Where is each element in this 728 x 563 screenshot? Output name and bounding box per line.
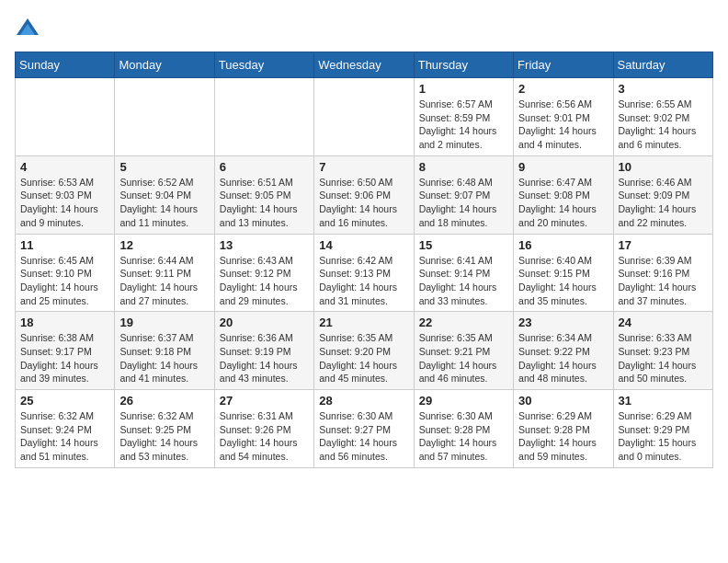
day-number: 30 <box>518 394 608 408</box>
day-cell: 31Sunrise: 6:29 AM Sunset: 9:29 PM Dayli… <box>613 390 712 468</box>
day-cell: 10Sunrise: 6:46 AM Sunset: 9:09 PM Dayli… <box>613 155 712 234</box>
day-number: 1 <box>419 82 508 96</box>
week-row-2: 4Sunrise: 6:53 AM Sunset: 9:03 PM Daylig… <box>16 155 713 234</box>
day-number: 26 <box>119 394 209 408</box>
day-info: Sunrise: 6:43 AM Sunset: 9:12 PM Dayligh… <box>220 254 309 308</box>
day-number: 9 <box>518 160 608 174</box>
day-info: Sunrise: 6:48 AM Sunset: 9:07 PM Dayligh… <box>419 176 508 230</box>
weekday-header-sunday: Sunday <box>16 52 115 78</box>
day-cell: 15Sunrise: 6:41 AM Sunset: 9:14 PM Dayli… <box>414 234 513 312</box>
day-info: Sunrise: 6:32 AM Sunset: 9:25 PM Dayligh… <box>119 409 209 464</box>
day-info: Sunrise: 6:42 AM Sunset: 9:13 PM Dayligh… <box>319 254 408 308</box>
day-cell: 9Sunrise: 6:47 AM Sunset: 9:08 PM Daylig… <box>514 155 613 234</box>
day-cell: 28Sunrise: 6:30 AM Sunset: 9:27 PM Dayli… <box>314 390 414 468</box>
day-cell: 17Sunrise: 6:39 AM Sunset: 9:16 PM Dayli… <box>613 234 712 312</box>
day-info: Sunrise: 6:50 AM Sunset: 9:06 PM Dayligh… <box>319 176 408 230</box>
day-number: 28 <box>319 394 408 408</box>
day-number: 11 <box>20 238 109 252</box>
page-header <box>15 15 713 40</box>
day-cell: 26Sunrise: 6:32 AM Sunset: 9:25 PM Dayli… <box>115 390 214 468</box>
day-cell: 20Sunrise: 6:36 AM Sunset: 9:19 PM Dayli… <box>214 312 313 390</box>
day-cell: 1Sunrise: 6:57 AM Sunset: 8:59 PM Daylig… <box>414 78 513 156</box>
day-info: Sunrise: 6:40 AM Sunset: 9:15 PM Dayligh… <box>518 254 608 308</box>
day-cell: 29Sunrise: 6:30 AM Sunset: 9:28 PM Dayli… <box>414 390 513 468</box>
day-info: Sunrise: 6:52 AM Sunset: 9:04 PM Dayligh… <box>119 176 209 230</box>
day-info: Sunrise: 6:30 AM Sunset: 9:28 PM Dayligh… <box>419 409 508 464</box>
day-cell: 7Sunrise: 6:50 AM Sunset: 9:06 PM Daylig… <box>314 155 414 234</box>
day-cell: 14Sunrise: 6:42 AM Sunset: 9:13 PM Dayli… <box>314 234 414 312</box>
day-number: 22 <box>419 316 508 329</box>
day-cell: 11Sunrise: 6:45 AM Sunset: 9:10 PM Dayli… <box>16 234 115 312</box>
day-info: Sunrise: 6:35 AM Sunset: 9:20 PM Dayligh… <box>319 331 408 385</box>
day-number: 19 <box>119 316 209 329</box>
day-cell: 22Sunrise: 6:35 AM Sunset: 9:21 PM Dayli… <box>414 312 513 390</box>
day-info: Sunrise: 6:41 AM Sunset: 9:14 PM Dayligh… <box>419 254 508 308</box>
day-cell: 21Sunrise: 6:35 AM Sunset: 9:20 PM Dayli… <box>314 312 414 390</box>
day-number: 6 <box>220 160 309 174</box>
week-row-5: 25Sunrise: 6:32 AM Sunset: 9:24 PM Dayli… <box>16 390 713 468</box>
day-cell: 16Sunrise: 6:40 AM Sunset: 9:15 PM Dayli… <box>514 234 613 312</box>
weekday-header-saturday: Saturday <box>613 52 712 78</box>
day-number: 12 <box>119 238 209 252</box>
day-cell: 8Sunrise: 6:48 AM Sunset: 9:07 PM Daylig… <box>414 155 513 234</box>
day-cell: 24Sunrise: 6:33 AM Sunset: 9:23 PM Dayli… <box>613 312 712 390</box>
day-number: 24 <box>619 316 708 329</box>
day-number: 27 <box>220 394 309 408</box>
day-number: 31 <box>619 394 708 408</box>
day-number: 7 <box>319 160 408 174</box>
day-number: 14 <box>319 238 408 252</box>
day-info: Sunrise: 6:44 AM Sunset: 9:11 PM Dayligh… <box>119 254 209 308</box>
day-number: 2 <box>518 82 608 96</box>
day-cell <box>314 78 414 156</box>
day-cell <box>16 78 115 156</box>
day-cell: 25Sunrise: 6:32 AM Sunset: 9:24 PM Dayli… <box>16 390 115 468</box>
day-number: 15 <box>419 238 508 252</box>
day-number: 23 <box>518 316 608 329</box>
weekday-header-monday: Monday <box>115 52 214 78</box>
day-number: 10 <box>619 160 708 174</box>
day-cell: 6Sunrise: 6:51 AM Sunset: 9:05 PM Daylig… <box>214 155 313 234</box>
day-cell: 23Sunrise: 6:34 AM Sunset: 9:22 PM Dayli… <box>514 312 613 390</box>
calendar: SundayMondayTuesdayWednesdayThursdayFrid… <box>15 52 713 468</box>
week-row-4: 18Sunrise: 6:38 AM Sunset: 9:17 PM Dayli… <box>16 312 713 390</box>
day-cell: 18Sunrise: 6:38 AM Sunset: 9:17 PM Dayli… <box>16 312 115 390</box>
day-info: Sunrise: 6:37 AM Sunset: 9:18 PM Dayligh… <box>119 331 209 385</box>
day-number: 5 <box>119 160 209 174</box>
day-info: Sunrise: 6:38 AM Sunset: 9:17 PM Dayligh… <box>20 331 109 385</box>
day-number: 17 <box>619 238 708 252</box>
day-number: 25 <box>20 394 109 408</box>
day-info: Sunrise: 6:31 AM Sunset: 9:26 PM Dayligh… <box>220 409 309 464</box>
day-number: 18 <box>20 316 109 329</box>
day-cell: 2Sunrise: 6:56 AM Sunset: 9:01 PM Daylig… <box>514 78 613 156</box>
day-info: Sunrise: 6:29 AM Sunset: 9:29 PM Dayligh… <box>619 409 708 464</box>
logo <box>15 15 44 40</box>
day-info: Sunrise: 6:29 AM Sunset: 9:28 PM Dayligh… <box>518 409 608 464</box>
day-info: Sunrise: 6:32 AM Sunset: 9:24 PM Dayligh… <box>20 409 109 464</box>
day-number: 29 <box>419 394 508 408</box>
day-number: 13 <box>220 238 309 252</box>
day-info: Sunrise: 6:57 AM Sunset: 8:59 PM Dayligh… <box>419 98 508 152</box>
day-cell <box>214 78 313 156</box>
day-info: Sunrise: 6:55 AM Sunset: 9:02 PM Dayligh… <box>619 98 708 152</box>
week-row-1: 1Sunrise: 6:57 AM Sunset: 8:59 PM Daylig… <box>16 78 713 156</box>
day-number: 16 <box>518 238 608 252</box>
weekday-header-friday: Friday <box>514 52 613 78</box>
weekday-header-tuesday: Tuesday <box>214 52 313 78</box>
day-cell: 30Sunrise: 6:29 AM Sunset: 9:28 PM Dayli… <box>514 390 613 468</box>
day-cell: 13Sunrise: 6:43 AM Sunset: 9:12 PM Dayli… <box>214 234 313 312</box>
day-number: 4 <box>20 160 109 174</box>
day-number: 21 <box>319 316 408 329</box>
weekday-header-wednesday: Wednesday <box>314 52 414 78</box>
day-cell: 19Sunrise: 6:37 AM Sunset: 9:18 PM Dayli… <box>115 312 214 390</box>
logo-icon <box>15 15 40 40</box>
day-info: Sunrise: 6:30 AM Sunset: 9:27 PM Dayligh… <box>319 409 408 464</box>
day-cell <box>115 78 214 156</box>
day-info: Sunrise: 6:53 AM Sunset: 9:03 PM Dayligh… <box>20 176 109 230</box>
day-info: Sunrise: 6:51 AM Sunset: 9:05 PM Dayligh… <box>220 176 309 230</box>
day-cell: 5Sunrise: 6:52 AM Sunset: 9:04 PM Daylig… <box>115 155 214 234</box>
day-number: 20 <box>220 316 309 329</box>
day-info: Sunrise: 6:46 AM Sunset: 9:09 PM Dayligh… <box>619 176 708 230</box>
day-cell: 12Sunrise: 6:44 AM Sunset: 9:11 PM Dayli… <box>115 234 214 312</box>
day-info: Sunrise: 6:35 AM Sunset: 9:21 PM Dayligh… <box>419 331 508 385</box>
day-number: 3 <box>619 82 708 96</box>
